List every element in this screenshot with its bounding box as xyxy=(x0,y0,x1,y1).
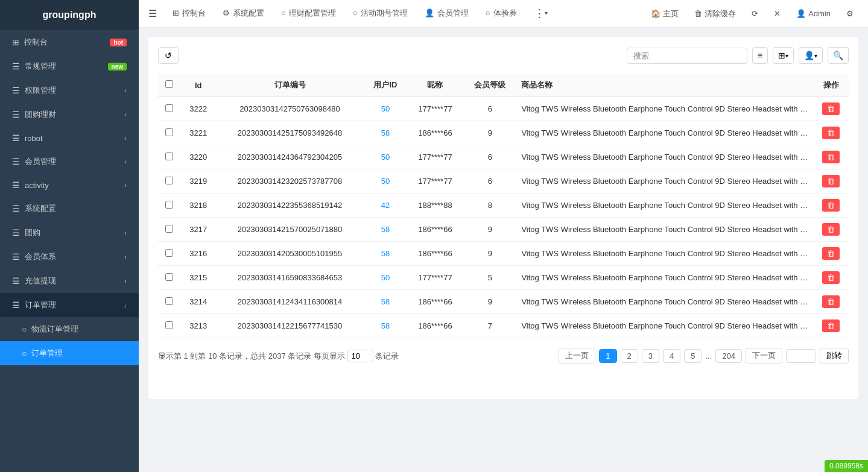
sidebar-item-permissions[interactable]: ☰ 权限管理 ‹ xyxy=(0,78,139,102)
row-checkbox[interactable] xyxy=(165,177,173,184)
sidebar-item-group-finance[interactable]: ☰ 团购理财 ‹ xyxy=(0,102,139,127)
topbar-home[interactable]: 🏠 主页 xyxy=(646,6,683,22)
menu-toggle-icon[interactable]: ☰ xyxy=(148,8,157,19)
cell-nickname: 186****66 xyxy=(407,121,464,145)
page-size-select[interactable]: 10 20 50 xyxy=(347,350,373,362)
cell-product: Vitog TWS Wireless Bluetooth Earphone To… xyxy=(516,218,813,242)
sidebar-item-recharge[interactable]: ☰ 充值提现 ‹ xyxy=(0,269,139,293)
row-checkbox[interactable] xyxy=(165,321,173,329)
delete-button[interactable]: 🗑 xyxy=(822,223,840,236)
cell-user-id[interactable]: 50 xyxy=(364,169,407,194)
topbar-refresh[interactable]: ⟳ xyxy=(747,7,763,20)
sidebar-item-activity[interactable]: ☰ activity ‹ xyxy=(0,174,139,197)
page-5-button[interactable]: 5 xyxy=(684,349,702,363)
delete-button[interactable]: 🗑 xyxy=(822,247,840,260)
order-mgmt-icon: ☰ xyxy=(12,300,20,310)
sidebar-item-robot[interactable]: ☰ robot ‹ xyxy=(0,127,139,149)
topbar-nav-system-config[interactable]: ⚙ 系统配置 xyxy=(214,0,273,28)
col-id: Id xyxy=(181,74,216,97)
sidebar-item-order[interactable]: ○ 订单管理 xyxy=(0,341,139,365)
topbar-admin[interactable]: 👤 Admin xyxy=(791,7,835,20)
prev-page-button[interactable]: 上一页 xyxy=(559,348,595,363)
sidebar-item-label: 订单管理 xyxy=(25,300,56,310)
sidebar-item-member-system[interactable]: ☰ 会员体系 ‹ xyxy=(0,245,139,269)
row-checkbox[interactable] xyxy=(165,104,173,112)
admin-label: Admin xyxy=(808,9,831,18)
sidebar-item-label: robot xyxy=(25,134,43,143)
select-all-checkbox[interactable] xyxy=(165,80,173,88)
user-filter-button[interactable]: 👤 ▾ xyxy=(799,47,823,64)
row-checkbox[interactable] xyxy=(165,249,173,257)
page-4-button[interactable]: 4 xyxy=(663,349,680,363)
page-jump-input[interactable] xyxy=(786,349,816,363)
topbar-settings[interactable]: ⚙ xyxy=(841,7,858,20)
cell-user-id[interactable]: 58 xyxy=(364,218,407,242)
group-finance-icon: ☰ xyxy=(12,110,20,119)
sidebar-item-logistics-order[interactable]: ○ 物流订单管理 xyxy=(0,317,139,341)
sidebar-item-general[interactable]: ☰ 常规管理 new xyxy=(0,54,139,78)
topbar-nav-experience-coupon[interactable]: ○ 体验券 xyxy=(477,0,525,28)
row-checkbox[interactable] xyxy=(165,297,173,305)
table-wrapper: Id 订单编号 用户ID 昵称 会员等级 商品名称 操作 3222 202303… xyxy=(158,74,849,338)
cell-action: 🗑 xyxy=(814,242,849,266)
cell-user-id[interactable]: 58 xyxy=(364,314,407,338)
general-icon: ☰ xyxy=(12,61,20,71)
topbar-nav-finance-config[interactable]: ○ 理财配置管理 xyxy=(273,0,344,28)
cell-user-id[interactable]: 42 xyxy=(364,194,407,218)
page-2-button[interactable]: 2 xyxy=(621,349,638,363)
cell-user-id[interactable]: 58 xyxy=(364,121,407,145)
page-jump-button[interactable]: 跳转 xyxy=(820,348,849,363)
search-button[interactable]: 🔍 xyxy=(828,47,849,64)
cell-user-id[interactable]: 58 xyxy=(364,242,407,266)
row-checkbox[interactable] xyxy=(165,153,173,160)
refresh-button[interactable]: ↺ xyxy=(158,47,179,64)
sidebar-item-order-mgmt[interactable]: ☰ 订单管理 ↓ xyxy=(0,293,139,317)
page-1-button[interactable]: 1 xyxy=(599,349,616,363)
content-area: ↺ ≡ ⊞ ▾ 👤 ▾ 🔍 xyxy=(139,28,868,472)
sidebar-item-dashboard[interactable]: ⊞ 控制台 hot xyxy=(0,30,139,54)
page-204-button[interactable]: 204 xyxy=(715,349,742,363)
table-row: 3220 20230303142436479230420​5 50 177***… xyxy=(158,145,849,169)
delete-button[interactable]: 🗑 xyxy=(822,271,840,284)
cell-action: 🗑 xyxy=(814,218,849,242)
nav-label: 活动期号管理 xyxy=(361,8,408,19)
topbar-nav-dashboard[interactable]: ⊞ 控制台 xyxy=(164,0,214,28)
delete-button[interactable]: 🗑 xyxy=(822,102,840,115)
topbar-nav-activity-period[interactable]: ○ 活动期号管理 xyxy=(344,0,416,28)
cell-user-id[interactable]: 50 xyxy=(364,145,407,169)
list-view-button[interactable]: ≡ xyxy=(752,47,768,64)
col-order-no: 订单编号 xyxy=(216,74,364,97)
cell-action: 🗑 xyxy=(814,145,849,169)
nav-member-icon: 👤 xyxy=(425,8,434,17)
topbar-nav-more[interactable]: ⋮ ▾ xyxy=(525,0,556,28)
search-input[interactable] xyxy=(627,48,747,64)
topbar-nav-member-mgmt[interactable]: 👤 会员管理 xyxy=(416,0,477,28)
row-checkbox[interactable] xyxy=(165,128,173,136)
sidebar-item-member-mgmt[interactable]: ☰ 会员管理 ‹ xyxy=(0,149,139,174)
row-checkbox[interactable] xyxy=(165,273,173,281)
grid-view-button[interactable]: ⊞ ▾ xyxy=(773,47,794,64)
cell-user-id[interactable]: 50 xyxy=(364,266,407,290)
cell-id: 3215 xyxy=(181,266,216,290)
delete-button[interactable]: 🗑 xyxy=(822,295,840,308)
cell-id: 3219 xyxy=(181,169,216,194)
page-3-button[interactable]: 3 xyxy=(642,349,659,363)
nav-label: 控制台 xyxy=(182,8,206,19)
delete-button[interactable]: 🗑 xyxy=(822,151,840,163)
delete-button[interactable]: 🗑 xyxy=(822,319,840,332)
sidebar-item-group-buy[interactable]: ☰ 团购 ‹ xyxy=(0,221,139,245)
delete-button[interactable]: 🗑 xyxy=(822,127,840,139)
row-checkbox[interactable] xyxy=(165,201,173,209)
topbar-close[interactable]: ✕ xyxy=(769,7,785,20)
cell-user-id[interactable]: 58 xyxy=(364,290,407,314)
cell-user-id[interactable]: 50 xyxy=(364,97,407,121)
clear-cache-label: 清除缓存 xyxy=(705,8,736,19)
delete-button[interactable]: 🗑 xyxy=(822,199,840,212)
next-page-button[interactable]: 下一页 xyxy=(746,348,782,363)
col-member-level: 会员等级 xyxy=(463,74,516,97)
topbar-clear-cache[interactable]: 🗑 清除缓存 xyxy=(689,6,741,22)
nav-label: 会员管理 xyxy=(437,8,469,19)
sidebar-item-system-config[interactable]: ☰ 系统配置 xyxy=(0,197,139,221)
delete-button[interactable]: 🗑 xyxy=(822,175,840,187)
row-checkbox[interactable] xyxy=(165,225,173,233)
